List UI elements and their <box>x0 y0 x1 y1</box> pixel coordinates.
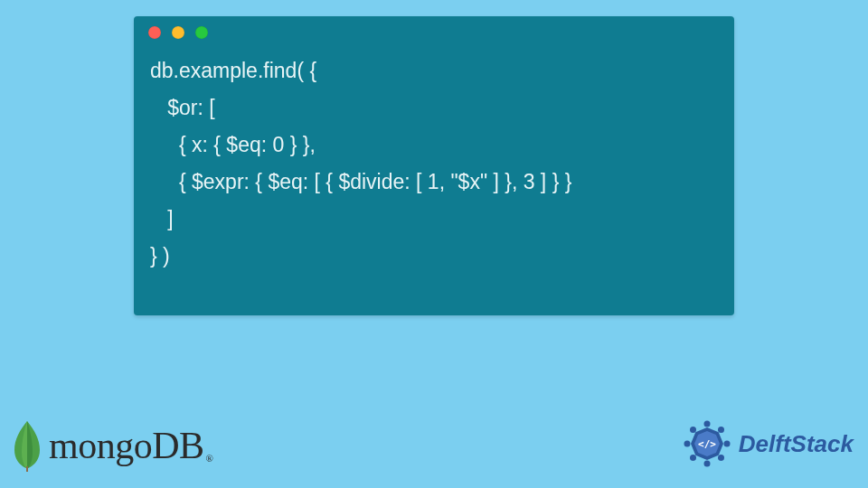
code-block: db.example.find( { $or: [ { x: { $eq: 0 … <box>134 49 734 291</box>
close-icon <box>148 26 161 39</box>
svg-point-2 <box>718 427 724 433</box>
registered-mark: ® <box>204 453 213 464</box>
svg-point-3 <box>723 441 730 447</box>
svg-text:</>: </> <box>698 438 716 450</box>
svg-point-8 <box>690 427 696 433</box>
svg-point-5 <box>703 461 710 467</box>
window-titlebar <box>134 16 734 49</box>
code-window: db.example.find( { $or: [ { x: { $eq: 0 … <box>134 16 734 315</box>
delftstack-logo: </> DelftStack <box>681 418 854 470</box>
mongodb-logo: mongoDB® <box>9 419 212 472</box>
svg-point-4 <box>718 455 724 461</box>
mongodb-text: mongoDB® <box>49 424 212 467</box>
maximize-icon <box>195 26 208 39</box>
svg-point-1 <box>703 421 710 427</box>
delftstack-text: DelftStack <box>739 430 854 458</box>
svg-rect-0 <box>26 466 28 472</box>
delftstack-badge-icon: </> <box>681 418 733 470</box>
svg-point-6 <box>690 455 696 461</box>
svg-point-7 <box>684 441 690 447</box>
minimize-icon <box>172 26 184 39</box>
mongodb-leaf-icon <box>9 419 45 472</box>
